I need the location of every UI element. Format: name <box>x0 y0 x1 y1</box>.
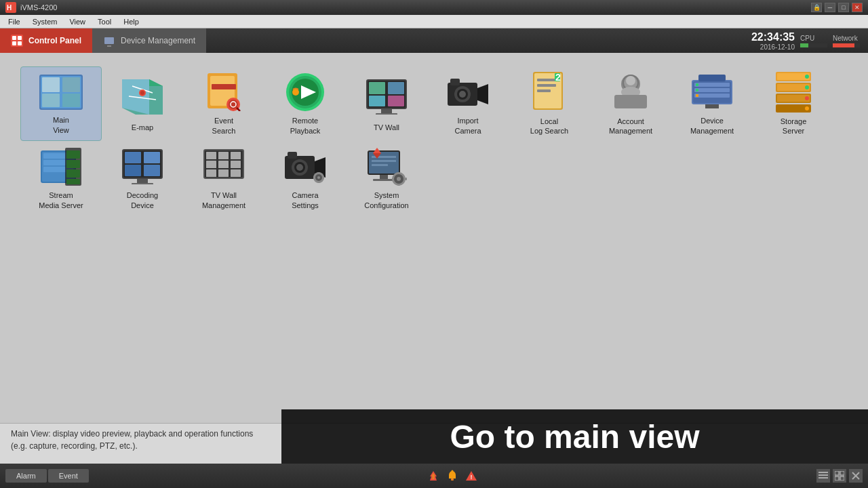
svg-rect-97 <box>125 165 141 176</box>
svg-rect-121 <box>317 172 320 174</box>
warning-alarm-icon[interactable]: ! <box>465 469 478 483</box>
icon-event-search[interactable]: EventSearch <box>183 66 264 141</box>
icon-tv-wall[interactable]: TV Wall <box>346 66 427 141</box>
svg-rect-14 <box>42 94 60 107</box>
svg-rect-148 <box>818 474 828 476</box>
icon-camera-settings[interactable]: CameraSettings <box>264 141 346 216</box>
event-search-label: EventSearch <box>212 116 236 136</box>
icon-import-camera[interactable]: ImportCamera <box>427 66 509 141</box>
icon-remote-playback[interactable]: RemotePlayback <box>264 66 346 141</box>
bell-alarm-icon[interactable] <box>446 469 459 483</box>
icon-decoding-device[interactable]: DecodingDevice <box>102 141 183 216</box>
icon-system-configuration[interactable]: SystemConfiguration <box>346 141 427 216</box>
svg-rect-25 <box>212 84 236 89</box>
date: 2016-12-10 <box>751 43 795 51</box>
fire-alarm-icon[interactable] <box>427 469 440 483</box>
svg-rect-131 <box>373 179 395 181</box>
svg-rect-137 <box>392 178 394 180</box>
toolbar-tabs: Control Panel Device Management <box>0 28 206 53</box>
main-view-label: MainView <box>53 115 69 135</box>
local-log-search-icon-img: 2 <box>528 72 571 113</box>
icon-grid: MainView E-map <box>20 66 848 216</box>
svg-point-120 <box>317 176 320 179</box>
restore-button[interactable]: □ <box>838 3 849 12</box>
list-icon[interactable] <box>816 469 830 483</box>
close-button[interactable]: ✕ <box>852 3 863 12</box>
menu-view[interactable]: View <box>64 16 91 27</box>
svg-text:H: H <box>7 4 12 12</box>
svg-rect-42 <box>376 113 397 115</box>
svg-rect-150 <box>835 471 839 475</box>
svg-marker-18 <box>149 79 163 86</box>
tab-control-panel[interactable]: Control Panel <box>0 28 92 53</box>
svg-point-81 <box>805 96 809 100</box>
svg-point-115 <box>296 164 303 171</box>
svg-point-80 <box>805 85 809 89</box>
icon-stream-media-server[interactable]: StreamMedia Server <box>20 141 102 216</box>
svg-rect-37 <box>369 82 385 94</box>
svg-rect-8 <box>104 37 114 44</box>
svg-rect-69 <box>696 94 698 97</box>
tab-device-management-label: Device Management <box>121 36 195 45</box>
device-management-label: DeviceManagement <box>690 116 734 136</box>
event-search-icon-img <box>202 72 245 112</box>
icon-emap[interactable]: E-map <box>102 66 183 141</box>
camera-settings-label: CameraSettings <box>292 190 319 210</box>
bottom-alarm-icons: ! <box>427 469 478 483</box>
svg-rect-103 <box>206 152 216 159</box>
tab-device-management[interactable]: Device Management <box>92 28 206 53</box>
icon-main-view[interactable]: MainView <box>20 66 102 141</box>
account-management-label: AccountManagement <box>609 117 652 136</box>
svg-point-22 <box>140 91 144 95</box>
menu-system[interactable]: System <box>27 16 63 27</box>
svg-rect-104 <box>218 152 229 159</box>
svg-rect-100 <box>132 183 153 184</box>
main-content: MainView E-map <box>0 53 868 439</box>
lock-icon[interactable]: 🔒 <box>811 3 822 12</box>
minimize-button[interactable]: ─ <box>825 3 835 12</box>
svg-rect-126 <box>369 152 399 174</box>
menu-file[interactable]: File <box>3 16 26 27</box>
network-bar <box>833 43 860 47</box>
device-management-icon <box>103 35 115 47</box>
menu-tool[interactable]: Tool <box>92 16 117 27</box>
goto-overlay[interactable]: Go to main view <box>281 409 868 464</box>
svg-rect-110 <box>218 169 229 177</box>
svg-text:2: 2 <box>555 72 561 83</box>
svg-rect-71 <box>698 75 726 81</box>
icon-local-log-search[interactable]: 2 LocalLog Search <box>509 66 590 141</box>
tab-alarm[interactable]: Alarm <box>5 469 47 483</box>
icon-storage-server[interactable]: StorageServer <box>753 66 834 141</box>
svg-point-46 <box>459 91 466 98</box>
svg-point-79 <box>805 75 809 79</box>
clock: 22:34:35 <box>751 31 795 43</box>
network-bar-fill <box>833 43 854 47</box>
svg-rect-128 <box>372 160 396 162</box>
svg-rect-70 <box>705 104 719 108</box>
svg-point-27 <box>229 100 238 109</box>
icon-tv-wall-management[interactable]: TV WallManagement <box>183 141 264 216</box>
svg-rect-91 <box>66 169 80 178</box>
title-bar: H iVMS-4200 🔒 ─ □ ✕ <box>0 0 868 15</box>
close-bottom-icon[interactable] <box>849 469 863 483</box>
svg-rect-152 <box>835 476 839 481</box>
bottom-right-controls <box>816 469 863 483</box>
svg-rect-6 <box>18 41 22 45</box>
icon-account-management[interactable]: AccountManagement <box>590 66 671 141</box>
svg-rect-135 <box>397 172 400 174</box>
svg-rect-149 <box>818 477 828 479</box>
toolbar: Control Panel Device Management 22:34:35… <box>0 28 868 53</box>
svg-rect-65 <box>694 88 730 92</box>
storage-server-label: StorageServer <box>781 117 807 136</box>
network-label: Network <box>833 35 858 42</box>
tv-wall-icon-img <box>365 75 408 119</box>
svg-rect-123 <box>313 176 315 179</box>
menu-help[interactable]: Help <box>118 16 144 27</box>
svg-rect-92 <box>66 179 80 184</box>
app-icon: H <box>5 2 16 13</box>
svg-rect-48 <box>450 79 460 85</box>
icon-device-management[interactable]: DeviceManagement <box>671 66 753 141</box>
tab-event[interactable]: Event <box>48 469 89 483</box>
expand-icon[interactable] <box>833 469 846 483</box>
stream-media-server-icon-img <box>39 146 83 186</box>
